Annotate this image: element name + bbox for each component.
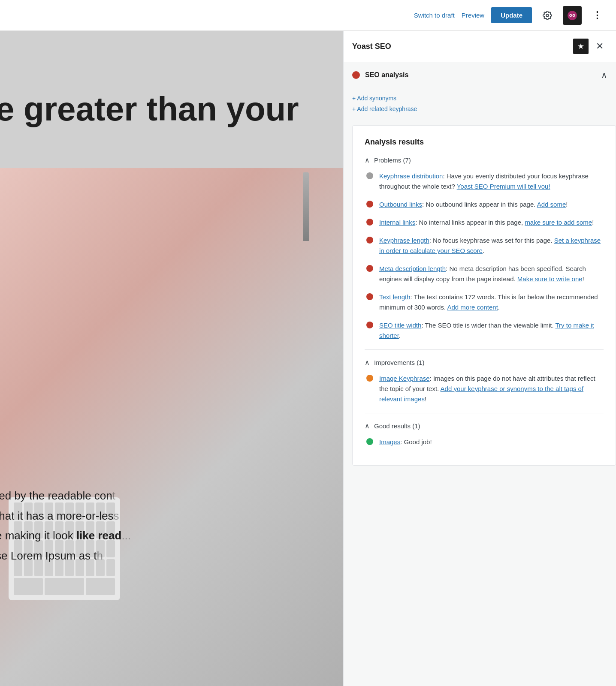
update-button[interactable]: Update bbox=[491, 7, 532, 23]
more-options-button[interactable]: ⋮ bbox=[589, 7, 606, 24]
seo-title-width-item: SEO title width: The SEO title is wider … bbox=[365, 320, 604, 341]
seo-title-width-dot bbox=[366, 322, 373, 328]
internal-links-action-link[interactable]: make sure to add some bbox=[525, 219, 592, 226]
close-icon: ✕ bbox=[596, 41, 604, 52]
outbound-links-label-link[interactable]: Outbound links bbox=[379, 201, 422, 208]
editor-large-text: e greater than your bbox=[0, 91, 299, 128]
keyphrase-length-text: Keyphrase length: No focus keyphrase was… bbox=[379, 235, 604, 256]
seo-analysis-chevron: ∧ bbox=[601, 70, 607, 80]
toolbar: Switch to draft Preview Update ⋮ bbox=[0, 0, 616, 31]
keyphrase-distribution-dot bbox=[366, 172, 373, 179]
svg-point-0 bbox=[546, 14, 549, 17]
outbound-links-dot bbox=[366, 201, 373, 208]
improvements-section-header[interactable]: ∧ Improvements (1) bbox=[365, 358, 604, 367]
text-length-dot bbox=[366, 293, 373, 300]
outbound-links-action-link[interactable]: Add some bbox=[537, 201, 566, 208]
close-button[interactable]: ✕ bbox=[592, 39, 607, 54]
divider-1 bbox=[365, 349, 604, 350]
problems-chevron-icon: ∧ bbox=[365, 156, 370, 164]
text-length-text: Text length: The text contains 172 words… bbox=[379, 292, 604, 313]
image-keyphrase-action-link[interactable]: Add your keyphrase or synonyms to the al… bbox=[379, 385, 583, 403]
problems-section-title: Problems (7) bbox=[374, 156, 411, 164]
svg-point-1 bbox=[568, 11, 577, 20]
switch-to-draft-link[interactable]: Switch to draft bbox=[414, 12, 455, 19]
yoast-button[interactable] bbox=[563, 6, 582, 25]
text-length-item: Text length: The text contains 172 words… bbox=[365, 292, 604, 313]
image-keyphrase-label-link[interactable]: Image Keyphrase bbox=[379, 375, 430, 382]
internal-links-dot bbox=[366, 219, 373, 226]
sidebar-links: + Add synonyms + Add related keyphrase bbox=[344, 88, 616, 123]
keyphrase-length-item: Keyphrase length: No focus keyphrase was… bbox=[365, 235, 604, 256]
editor-bottom-text: ted by the readable cont that it has a m… bbox=[0, 486, 131, 566]
image-keyphrase-dot bbox=[366, 375, 373, 382]
text-length-action-link[interactable]: Add more content bbox=[447, 304, 498, 311]
svg-point-5 bbox=[573, 15, 574, 16]
seo-analysis-header[interactable]: SEO analysis ∧ bbox=[344, 62, 616, 88]
improvements-chevron-icon: ∧ bbox=[365, 358, 370, 367]
analysis-panel: Analysis results ∧ Problems (7) Keyphras… bbox=[352, 125, 616, 466]
seo-title-width-label-link[interactable]: SEO title width bbox=[379, 322, 421, 329]
sidebar-title: Yoast SEO bbox=[352, 42, 391, 51]
keyphrase-length-dot bbox=[366, 237, 373, 244]
keyphrase-length-label-link[interactable]: Keyphrase length bbox=[379, 237, 429, 244]
yoast-icon bbox=[567, 10, 577, 21]
good-results-section-header[interactable]: ∧ Good results (1) bbox=[365, 422, 604, 430]
seo-analysis-title: SEO analysis bbox=[365, 71, 408, 79]
star-icon: ★ bbox=[577, 42, 584, 51]
good-results-section-title: Good results (1) bbox=[374, 422, 420, 430]
outbound-links-text: Outbound links: No outbound links appear… bbox=[379, 199, 568, 210]
sidebar-header: Yoast SEO ★ ✕ bbox=[344, 31, 616, 62]
meta-description-dot bbox=[366, 265, 373, 272]
seo-analysis-left: SEO analysis bbox=[352, 71, 408, 79]
improvements-section-title: Improvements (1) bbox=[374, 359, 425, 366]
sidebar-header-icons: ★ ✕ bbox=[573, 39, 607, 54]
meta-description-action-link[interactable]: Make sure to write one bbox=[517, 275, 583, 283]
editor-area: e greater than your bbox=[0, 31, 343, 686]
meta-description-label-link[interactable]: Meta description length bbox=[379, 265, 446, 272]
divider-2 bbox=[365, 413, 604, 413]
problems-section-header[interactable]: ∧ Problems (7) bbox=[365, 156, 604, 164]
images-item: Images: Good job! bbox=[365, 437, 604, 447]
add-synonyms-link[interactable]: + Add synonyms bbox=[352, 93, 607, 104]
internal-links-item: Internal links: No internal links appear… bbox=[365, 217, 604, 228]
image-keyphrase-item: Image Keyphrase: Images on this page do … bbox=[365, 373, 604, 404]
settings-button[interactable] bbox=[539, 7, 556, 24]
images-label-link[interactable]: Images bbox=[379, 438, 400, 445]
seo-title-width-text: SEO title width: The SEO title is wider … bbox=[379, 320, 604, 341]
main-content: e greater than your bbox=[0, 31, 616, 686]
star-button[interactable]: ★ bbox=[573, 39, 589, 54]
keyphrase-distribution-link[interactable]: Keyphrase distribution bbox=[379, 172, 443, 180]
editor-image-area bbox=[0, 168, 343, 686]
pencil-decoration bbox=[303, 172, 309, 241]
outbound-links-item: Outbound links: No outbound links appear… bbox=[365, 199, 604, 210]
good-results-chevron-icon: ∧ bbox=[365, 422, 370, 430]
add-related-keyphrase-link[interactable]: + Add related keyphrase bbox=[352, 104, 607, 114]
meta-description-length-item: Meta description length: No meta descrip… bbox=[365, 264, 604, 284]
ellipsis-icon: ⋮ bbox=[592, 10, 602, 21]
keyphrase-distribution-text: Keyphrase distribution: Have you evenly … bbox=[379, 171, 604, 192]
analysis-panel-title: Analysis results bbox=[365, 138, 604, 147]
svg-point-4 bbox=[570, 15, 571, 16]
seo-status-dot bbox=[352, 71, 360, 79]
meta-description-text: Meta description length: No meta descrip… bbox=[379, 264, 604, 284]
images-dot bbox=[366, 438, 373, 445]
gear-icon bbox=[543, 11, 552, 20]
image-keyphrase-text: Image Keyphrase: Images on this page do … bbox=[379, 373, 604, 404]
keyphrase-distribution-item: Keyphrase distribution: Have you evenly … bbox=[365, 171, 604, 192]
text-length-label-link[interactable]: Text length bbox=[379, 293, 411, 301]
keyphrase-distribution-premium-link[interactable]: Yoast SEO Premium will tell you! bbox=[457, 183, 550, 190]
internal-links-text: Internal links: No internal links appear… bbox=[379, 217, 594, 228]
preview-link[interactable]: Preview bbox=[462, 12, 484, 19]
images-text: Images: Good job! bbox=[379, 437, 432, 447]
right-sidebar: Yoast SEO ★ ✕ SEO analysis ∧ + Add synon… bbox=[343, 31, 616, 686]
internal-links-label-link[interactable]: Internal links bbox=[379, 219, 415, 226]
